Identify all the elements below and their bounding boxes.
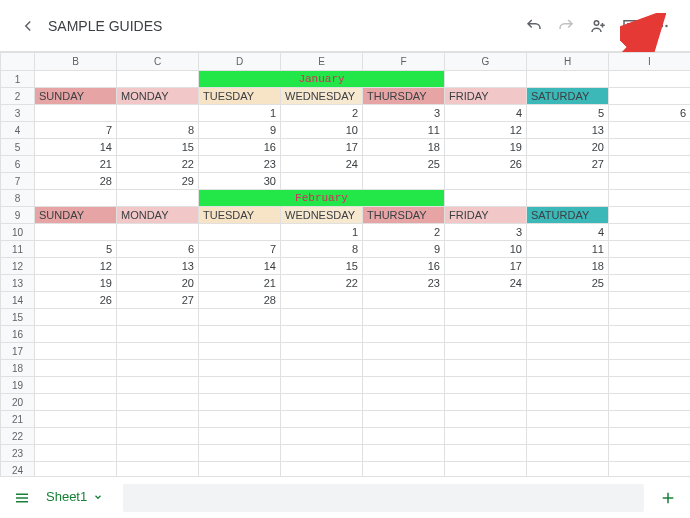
cell[interactable] (199, 445, 281, 462)
day-header[interactable]: SATURDAY (527, 88, 609, 105)
cell[interactable] (117, 360, 199, 377)
cell[interactable] (609, 462, 691, 477)
cell[interactable] (117, 326, 199, 343)
row-header[interactable]: 8 (1, 190, 35, 207)
cell[interactable] (281, 377, 363, 394)
cell[interactable]: 16 (363, 258, 445, 275)
cell[interactable]: 27 (117, 292, 199, 309)
cell[interactable] (199, 377, 281, 394)
cell[interactable]: 3 (363, 105, 445, 122)
column-header[interactable]: H (527, 53, 609, 71)
cell[interactable] (527, 377, 609, 394)
all-sheets-button[interactable] (8, 484, 36, 512)
column-header[interactable]: I (609, 53, 691, 71)
cell[interactable] (35, 428, 117, 445)
cell[interactable]: 9 (363, 241, 445, 258)
cell[interactable]: 11 (363, 122, 445, 139)
row-header[interactable]: 4 (1, 122, 35, 139)
cell[interactable]: 8 (281, 241, 363, 258)
cell[interactable] (35, 343, 117, 360)
cell[interactable] (199, 326, 281, 343)
spreadsheet-grid[interactable]: B C D E F G H I 1 January 2 SUNDAY MONDA… (0, 52, 690, 476)
cell[interactable]: 20 (117, 275, 199, 292)
cell[interactable] (527, 411, 609, 428)
cell[interactable]: 12 (35, 258, 117, 275)
row-header[interactable]: 17 (1, 343, 35, 360)
cell[interactable] (609, 156, 691, 173)
cell[interactable] (363, 462, 445, 477)
cell[interactable] (609, 173, 691, 190)
day-header[interactable]: SUNDAY (35, 88, 117, 105)
cell[interactable]: 26 (445, 156, 527, 173)
day-header[interactable]: FRIDAY (445, 88, 527, 105)
row-header[interactable]: 15 (1, 309, 35, 326)
cell[interactable] (445, 326, 527, 343)
cell[interactable] (363, 394, 445, 411)
sheet-tab-active[interactable]: Sheet1 (36, 477, 113, 519)
column-header[interactable]: E (281, 53, 363, 71)
select-all-corner[interactable] (1, 53, 35, 71)
cell[interactable]: 19 (445, 139, 527, 156)
cell[interactable] (117, 377, 199, 394)
cell[interactable] (609, 428, 691, 445)
cell[interactable] (445, 71, 527, 88)
cell[interactable] (609, 224, 691, 241)
undo-button[interactable] (518, 10, 550, 42)
cell[interactable] (281, 394, 363, 411)
share-button[interactable] (582, 10, 614, 42)
cell[interactable]: 17 (445, 258, 527, 275)
cell[interactable]: 30 (199, 173, 281, 190)
month-title[interactable]: February (199, 190, 445, 207)
column-header[interactable]: B (35, 53, 117, 71)
cell[interactable] (117, 445, 199, 462)
cell[interactable] (527, 292, 609, 309)
cell[interactable]: 27 (527, 156, 609, 173)
row-header[interactable]: 9 (1, 207, 35, 224)
cell[interactable] (117, 105, 199, 122)
cell[interactable] (35, 326, 117, 343)
day-header[interactable]: THURSDAY (363, 207, 445, 224)
cell[interactable]: 2 (281, 105, 363, 122)
cell[interactable] (527, 71, 609, 88)
cell[interactable] (609, 122, 691, 139)
cell[interactable] (609, 71, 691, 88)
row-header[interactable]: 24 (1, 462, 35, 477)
cell[interactable] (281, 309, 363, 326)
day-header[interactable]: TUESDAY (199, 88, 281, 105)
cell[interactable]: 28 (199, 292, 281, 309)
cell[interactable]: 14 (35, 139, 117, 156)
cell[interactable]: 6 (117, 241, 199, 258)
cell[interactable] (445, 394, 527, 411)
redo-button[interactable] (550, 10, 582, 42)
cell[interactable]: 13 (117, 258, 199, 275)
cell[interactable] (445, 173, 527, 190)
cell[interactable] (199, 224, 281, 241)
cell[interactable] (609, 241, 691, 258)
back-button[interactable] (12, 10, 44, 42)
cell[interactable] (117, 190, 199, 207)
cell[interactable] (281, 462, 363, 477)
cell[interactable] (35, 411, 117, 428)
cell[interactable]: 5 (35, 241, 117, 258)
cell[interactable] (281, 445, 363, 462)
cell[interactable]: 29 (117, 173, 199, 190)
cell[interactable] (281, 360, 363, 377)
cell[interactable] (199, 462, 281, 477)
cell[interactable]: 25 (527, 275, 609, 292)
cell[interactable] (445, 343, 527, 360)
cell[interactable] (35, 105, 117, 122)
row-header[interactable]: 7 (1, 173, 35, 190)
cell[interactable] (35, 71, 117, 88)
cell[interactable]: 2 (363, 224, 445, 241)
cell[interactable]: 1 (199, 105, 281, 122)
cell[interactable] (117, 343, 199, 360)
row-header[interactable]: 3 (1, 105, 35, 122)
cell[interactable] (445, 292, 527, 309)
cell[interactable] (363, 411, 445, 428)
cell[interactable]: 21 (35, 156, 117, 173)
cell[interactable] (35, 309, 117, 326)
cell[interactable]: 3 (445, 224, 527, 241)
cell[interactable] (281, 326, 363, 343)
cell[interactable] (363, 428, 445, 445)
cell[interactable] (527, 445, 609, 462)
